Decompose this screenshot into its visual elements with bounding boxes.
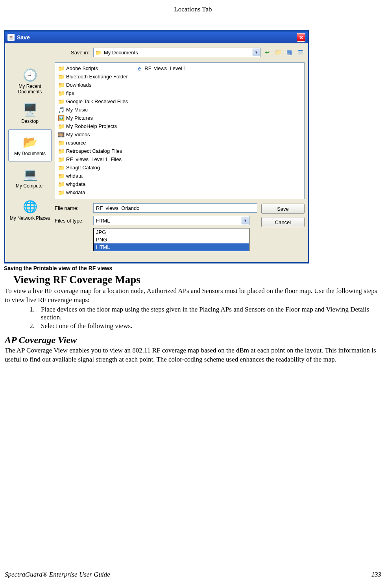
list-item[interactable]: eRF_views_Level 1 [136,64,186,72]
file-name: My Music [66,107,88,113]
list-item[interactable]: 🎵My Music [57,106,128,114]
list-item[interactable]: 📁whgdata [57,180,128,188]
list-item[interactable]: 📁RF_views_Level 1_Files [57,155,128,163]
desktop-icon: 🖥️ [21,102,39,118]
folder-icon: 📁 [57,173,65,179]
list-item: 1.Place devices on the floor map using t… [27,306,381,321]
list-item[interactable]: 📁resource [57,139,128,147]
file-name: RF_views_Level 1 [144,65,186,71]
place-label: My Recent Documents [9,84,51,94]
file-name: My Pictures [66,115,93,121]
file-name: My RoboHelp Projects [66,123,117,129]
place-recent[interactable]: 🕘 My Recent Documents [8,65,52,97]
place-my-computer[interactable]: 💻 My Computer [8,161,52,194]
list-item[interactable]: 📁Retrospect Catalog Files [57,147,128,155]
body-text: To view a live RF coverage map for a loc… [5,287,381,305]
file-list[interactable]: 📁Adobe Scripts 📁Bluetooth Exchange Folde… [55,62,305,199]
list-item[interactable]: 📁whxdata [57,188,128,197]
close-button[interactable]: ✕ [297,33,305,42]
folder-icon: 📁 [57,123,65,130]
videos-folder-icon: 🎞️ [57,132,65,138]
save-dialog: ☕ Save ✕ 🕘 My Recent Documents 🖥️ Deskto… [4,30,309,263]
folder-icon: 📁 [57,165,65,171]
details-view-icon[interactable]: ☰ [296,48,305,57]
list-item[interactable]: 📁Adobe Scripts [57,64,128,72]
up-icon[interactable]: ↩ [263,48,271,57]
file-name: whxdata [66,189,85,195]
new-folder-icon[interactable]: 📁 [274,48,283,57]
folder-icon: 📁 [57,156,65,163]
network-icon: 🌐 [21,199,39,215]
file-name: fips [66,90,74,96]
file-name-input[interactable]: RF_views_Orlando [93,203,257,213]
place-desktop[interactable]: 🖥️ Desktop [8,97,52,129]
page-header: Locations Tab [5,4,381,16]
option-png[interactable]: PNG [94,236,249,243]
chevron-down-icon: ▼ [242,217,249,224]
list-view-icon[interactable]: ▦ [285,48,294,57]
save-in-dropdown[interactable]: 📁 My Documents ▼ [93,48,260,57]
save-in-value: My Documents [104,50,138,56]
place-label: My Network Places [10,216,50,221]
folder-icon: 📁 [95,50,102,56]
figure-caption: Saving the Printable view of the RF view… [4,265,381,271]
place-label: My Documents [14,151,46,156]
recent-icon: 🕘 [21,67,39,83]
list-item[interactable]: 📁SnagIt Catalog [57,163,128,172]
step-text: Select one of the following views. [41,322,381,330]
file-name-value: RF_views_Orlando [96,205,140,211]
java-icon: ☕ [7,34,15,41]
place-network[interactable]: 🌐 My Network Places [8,194,52,226]
heading-ap-coverage: AP Coverage View [5,335,381,345]
file-name-label: File name: [55,205,90,211]
music-folder-icon: 🎵 [57,107,65,113]
dialog-title: Save [17,34,294,41]
file-type-dropdown[interactable]: HTML ▼ [93,216,249,225]
list-item[interactable]: 📁My RoboHelp Projects [57,122,128,130]
list-item[interactable]: 📁Google Talk Received Files [57,97,128,106]
my-documents-icon: 📂 [21,134,39,150]
list-item: 2.Select one of the following views. [27,322,381,330]
file-name: whdata [66,173,83,179]
places-bar: 🕘 My Recent Documents 🖥️ Desktop 📂 My Do… [8,46,52,251]
option-jpg[interactable]: JPG [94,228,249,236]
chevron-down-icon: ▼ [253,48,260,56]
ordered-list: 1.Place devices on the floor map using t… [27,306,381,330]
list-item[interactable]: 🎞️My Videos [57,130,128,139]
folder-icon: 📁 [57,74,65,80]
html-file-icon: e [136,65,143,72]
file-name: Bluetooth Exchange Folder [66,74,128,80]
folder-icon: 📁 [57,189,65,196]
folder-icon: 📁 [57,65,65,72]
titlebar: ☕ Save ✕ [5,32,308,43]
option-html[interactable]: HTML [94,243,249,251]
file-name: Retrospect Catalog Files [66,148,122,154]
file-name: Adobe Scripts [66,65,98,71]
footer-page-number: 133 [371,571,382,579]
save-button[interactable]: Save [261,204,305,214]
list-item[interactable]: 📁fips [57,89,128,97]
body-text: The AP Coverage View enables you to view… [5,346,381,364]
file-type-options: JPG PNG HTML [93,228,249,251]
list-item[interactable]: 📁Bluetooth Exchange Folder [57,72,128,81]
pictures-folder-icon: 🖼️ [57,115,65,121]
list-item[interactable]: 📁whdata [57,172,128,180]
file-name: My Videos [66,132,90,137]
file-name: Google Talk Received Files [66,98,128,104]
file-name: Downloads [66,82,91,88]
list-item[interactable]: 🖼️My Pictures [57,114,128,122]
cancel-button[interactable]: Cancel [261,217,305,227]
file-name: SnagIt Catalog [66,165,100,171]
file-name: resource [66,140,86,146]
file-type-value: HTML [96,218,110,224]
place-my-documents[interactable]: 📂 My Documents [8,129,52,161]
folder-icon: 📁 [57,181,65,187]
page-footer: SpectraGuard® Enterprise User Guide 133 [5,569,381,579]
file-name: whgdata [66,181,85,187]
folder-icon: 📁 [57,90,65,96]
folder-icon: 📁 [57,98,65,105]
list-item[interactable]: 📁Downloads [57,81,128,89]
folder-icon: 📁 [57,82,65,88]
step-text: Place devices on the floor map using the… [41,306,381,321]
place-label: My Computer [16,184,44,189]
